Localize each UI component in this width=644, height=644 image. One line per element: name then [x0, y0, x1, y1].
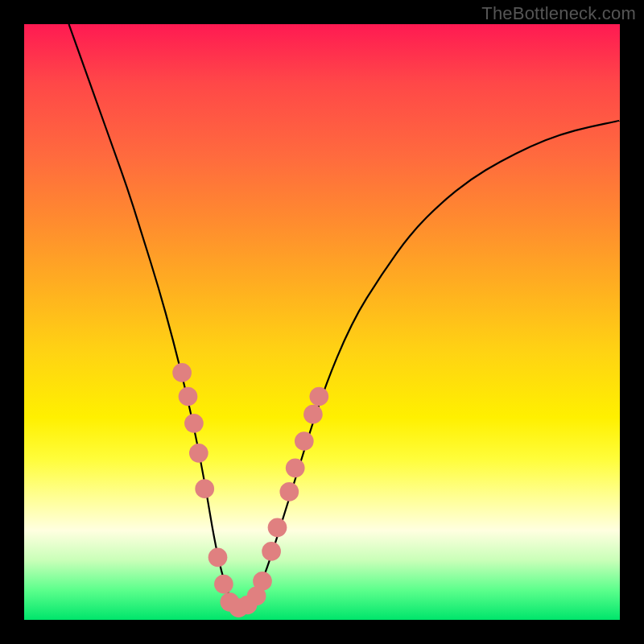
chart-marker-dot	[179, 387, 198, 407]
chart-marker-dot	[262, 542, 281, 561]
chart-curve	[69, 24, 621, 608]
chart-marker-dot	[214, 575, 233, 594]
chart-marker-dot	[303, 405, 323, 424]
watermark-text: TheBottleneck.com	[481, 3, 636, 24]
chart-marker-dot	[295, 431, 314, 451]
chart-plot-area	[24, 24, 620, 620]
chart-marker-dot	[253, 572, 272, 591]
chart-marker-dot	[279, 482, 299, 502]
chart-marker-dot	[172, 363, 192, 382]
chart-marker-dot	[184, 414, 204, 433]
chart-marker-dot	[208, 547, 228, 567]
chart-marker-dot	[286, 458, 305, 477]
chart-marker-dot	[189, 444, 208, 463]
chart-marker-dot	[195, 479, 214, 498]
chart-marker-dot	[268, 518, 287, 537]
chart-marker-dot	[309, 387, 328, 407]
chart-overlay-svg	[24, 24, 620, 620]
chart-markers	[172, 363, 328, 617]
chart-frame: TheBottleneck.com	[0, 0, 644, 644]
